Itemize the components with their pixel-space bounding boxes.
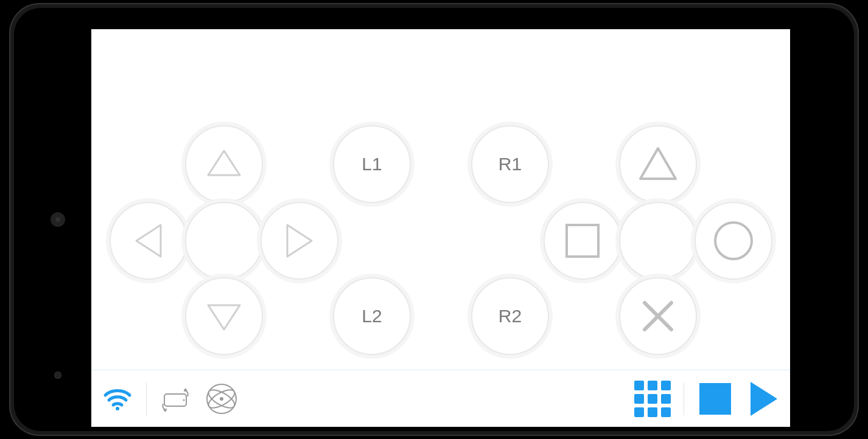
- dpad-up-button[interactable]: [185, 125, 263, 203]
- square-icon: [563, 221, 602, 260]
- r2-label: R2: [499, 306, 522, 327]
- cross-icon: [639, 297, 677, 336]
- wifi-icon: [103, 387, 132, 411]
- dpad-left-button[interactable]: [110, 202, 187, 280]
- svg-marker-2: [287, 225, 312, 257]
- stop-icon: [699, 383, 731, 415]
- svg-point-6: [715, 223, 752, 259]
- circle-icon: [712, 219, 755, 263]
- cross-button[interactable]: [619, 277, 697, 355]
- triangle-button[interactable]: [619, 125, 697, 203]
- device-inner: L1 R1 L2 R2: [14, 8, 854, 431]
- play-button[interactable]: [746, 381, 782, 417]
- r1-button[interactable]: R1: [471, 125, 549, 203]
- r2-button[interactable]: R2: [471, 277, 549, 355]
- controller-canvas: L1 R1 L2 R2: [91, 29, 790, 370]
- device-speaker: [51, 212, 65, 227]
- l1-button[interactable]: L1: [333, 125, 411, 203]
- arrow-down-icon: [205, 298, 243, 334]
- arrow-left-icon: [130, 221, 167, 260]
- grid-icon: [634, 381, 671, 417]
- rotate-icon: [158, 383, 192, 415]
- face-center-button[interactable]: [619, 202, 697, 280]
- gyro-button[interactable]: [204, 381, 239, 417]
- app-screen: L1 R1 L2 R2: [91, 29, 790, 427]
- l1-label: L1: [362, 154, 382, 175]
- svg-point-17: [220, 397, 223, 401]
- svg-marker-3: [208, 305, 240, 330]
- wifi-button[interactable]: [100, 381, 135, 417]
- play-icon: [751, 382, 777, 416]
- svg-rect-5: [567, 225, 598, 257]
- svg-marker-0: [208, 151, 240, 175]
- atom-icon: [205, 382, 239, 416]
- circle-button[interactable]: [695, 202, 772, 280]
- toolbar-divider-right: [684, 382, 684, 415]
- toolbar-right-group: [635, 381, 782, 417]
- rotate-device-button[interactable]: [158, 381, 193, 417]
- stop-button[interactable]: [698, 381, 733, 417]
- dpad-right-button[interactable]: [261, 202, 338, 280]
- dpad-center-button[interactable]: [185, 202, 263, 280]
- device-frame: L1 R1 L2 R2: [9, 3, 859, 436]
- l2-button[interactable]: L2: [333, 277, 411, 355]
- arrow-up-icon: [205, 146, 243, 182]
- svg-point-9: [116, 407, 119, 410]
- toolbar-divider: [146, 382, 147, 415]
- dpad-down-button[interactable]: [185, 277, 263, 355]
- svg-marker-1: [136, 225, 161, 257]
- square-button[interactable]: [544, 202, 621, 280]
- device-camera: [54, 372, 61, 379]
- svg-marker-4: [640, 148, 676, 179]
- triangle-icon: [637, 145, 679, 184]
- grid-button[interactable]: [635, 381, 670, 417]
- arrow-right-icon: [281, 221, 318, 260]
- svg-point-11: [183, 399, 185, 401]
- r1-label: R1: [499, 154, 522, 175]
- bottom-toolbar: [91, 370, 790, 427]
- l2-label: L2: [362, 306, 382, 327]
- toolbar-left-group: [100, 381, 239, 417]
